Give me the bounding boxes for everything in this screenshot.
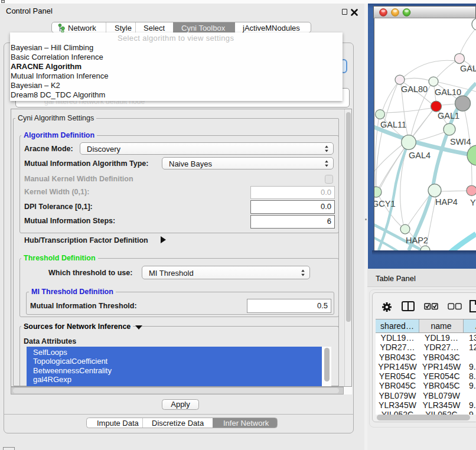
svg-text:SWI4: SWI4 <box>450 137 471 146</box>
svg-text:GAL11: GAL11 <box>380 120 406 129</box>
svg-text:GCY1: GCY1 <box>374 199 396 208</box>
svg-text:GAL4: GAL4 <box>409 151 431 160</box>
svg-text:GAL: GAL <box>460 64 476 73</box>
svg-text:HAP4: HAP4 <box>435 197 458 207</box>
svg-text:GAL10: GAL10 <box>435 87 461 97</box>
svg-text:GAL80: GAL80 <box>401 84 428 94</box>
svg-text:Y: Y <box>470 198 476 207</box>
svg-text:HAP2: HAP2 <box>406 236 428 245</box>
svg-text:GAL1: GAL1 <box>438 111 459 120</box>
